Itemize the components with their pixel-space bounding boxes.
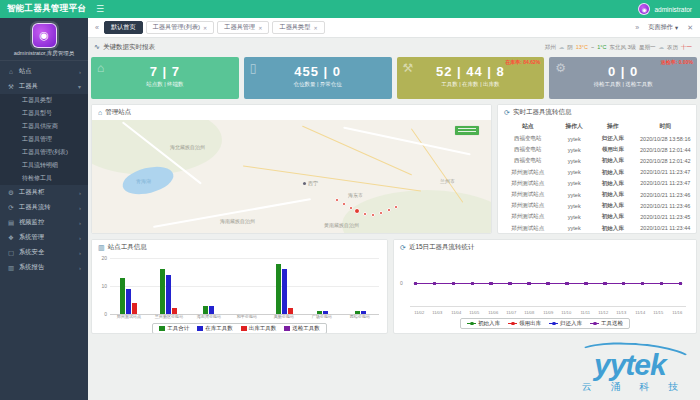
sidebar-item-video[interactable]: ▤ 视频监控 › bbox=[0, 215, 88, 230]
flow-operator: yytek bbox=[557, 167, 591, 178]
sidebar-item-tools[interactable]: ⚒ 工器具 ▾ bbox=[0, 79, 88, 94]
submenu-item-pending-repair[interactable]: 待检修工具 bbox=[0, 172, 88, 185]
tab-close-icon[interactable]: ✕ bbox=[313, 25, 317, 31]
chevron-right-icon: › bbox=[79, 265, 81, 271]
bar-出库工具数[interactable] bbox=[132, 303, 137, 314]
flow-table-row[interactable]: 郑州测试站点 yytek 初始入库 2020/10/21 11:23:45 bbox=[498, 211, 696, 222]
data-point[interactable] bbox=[527, 282, 531, 286]
chevron-right-icon: › bbox=[79, 69, 81, 75]
flow-table-row[interactable]: 西福变电站 yytek 领用出库 2020/10/28 12:01:44 bbox=[498, 144, 696, 155]
bar-在库工具数[interactable] bbox=[126, 289, 131, 314]
flow-table-row[interactable]: 郑州测试站点 yytek 初始入库 2020/10/21 11:23:47 bbox=[498, 167, 696, 178]
tools-submenu: 工器具类型 工器具型号 工器具供应商 工器具管理 工器具管理(列表) 工具流转明… bbox=[0, 94, 88, 185]
tab-tool-type[interactable]: 工器具类型 ✕ bbox=[272, 21, 324, 34]
sidebar-item-sys-report[interactable]: ▥ 系统报告 › bbox=[0, 260, 88, 275]
flow-table-row[interactable]: 郑州测试站点 yytek 初始入库 2020/10/21 11:23:44 bbox=[498, 223, 696, 234]
bar-在库工具数[interactable] bbox=[166, 275, 171, 314]
flow-table-row[interactable]: 郑州测试站点 yytek 初始入库 2020/10/21 11:23:47 bbox=[498, 178, 696, 189]
tab-default-home[interactable]: 默认首页 bbox=[104, 21, 143, 34]
map-marker-dot[interactable] bbox=[363, 212, 367, 216]
realtime-report-link[interactable]: ∿ 关键数据实时报表 bbox=[94, 43, 155, 52]
data-point[interactable] bbox=[452, 282, 456, 286]
submenu-item-tool-manage-list[interactable]: 工器具管理(列表) bbox=[0, 146, 88, 159]
data-point[interactable] bbox=[565, 282, 569, 286]
bar-set bbox=[148, 258, 190, 314]
flow-action: 初始入库 bbox=[591, 189, 635, 200]
tab-label: 工器具管理 bbox=[224, 23, 255, 32]
data-point[interactable] bbox=[489, 282, 493, 286]
flow-table-row[interactable]: 西福变电站 yytek 初始入库 2020/10/28 12:01:42 bbox=[498, 155, 696, 166]
tab-tool-manage-list[interactable]: 工器具管理(列表) ✕ bbox=[146, 21, 215, 34]
map-marker-dot[interactable] bbox=[387, 208, 391, 212]
bar-工具合计[interactable] bbox=[120, 278, 125, 314]
tab-tool-manage[interactable]: 工器具管理 ✕ bbox=[217, 21, 269, 34]
bar-工具合计[interactable] bbox=[203, 306, 208, 314]
tab-close-icon[interactable]: ✕ bbox=[258, 25, 262, 31]
map-station-badge[interactable] bbox=[455, 126, 479, 135]
sidebar-item-flow[interactable]: ⟳ 工器具流转 › bbox=[0, 200, 88, 215]
data-point[interactable] bbox=[433, 282, 437, 286]
tabs-scroll-right[interactable]: » bbox=[633, 24, 641, 31]
sidebar-item-site[interactable]: ⌂ 站点 › bbox=[0, 64, 88, 79]
bar-category-label: 广场变电站 bbox=[309, 314, 335, 319]
legend-item[interactable]: 送检工具数 bbox=[284, 325, 320, 332]
weather-low: 1°C bbox=[597, 44, 606, 50]
legend-swatch bbox=[159, 326, 165, 331]
data-point[interactable] bbox=[660, 282, 664, 286]
data-point[interactable] bbox=[471, 282, 475, 286]
chevron-right-icon: › bbox=[79, 220, 81, 226]
map-marker-dot[interactable] bbox=[354, 208, 360, 214]
bar-工具合计[interactable] bbox=[276, 264, 281, 314]
map[interactable]: 海北藏族自治州 青海湖 西宁 海东市 兰州市 海南藏族自治州 黄南藏族自治州 bbox=[92, 120, 491, 234]
map-marker-dot[interactable] bbox=[371, 213, 375, 217]
sidebar-item-sys-security[interactable]: ▢ 系统安全 › bbox=[0, 245, 88, 260]
legend-item[interactable]: 初始入库 bbox=[467, 320, 500, 327]
legend-item[interactable]: 出库工具数 bbox=[241, 325, 277, 332]
map-marker-dot[interactable] bbox=[379, 211, 383, 215]
sidebar-item-sys-manage[interactable]: ❖ 系统管理 › bbox=[0, 230, 88, 245]
legend-item[interactable]: 工具合计 bbox=[159, 325, 189, 332]
flow-time: 2020/10/21 11:23:47 bbox=[635, 167, 696, 178]
line-xtick: 11/11 bbox=[579, 310, 592, 315]
gear-icon: ⚙ bbox=[7, 189, 15, 197]
linkbar: ∿ 关键数据实时报表 郑州 ☁ 阴 13°C ~ 1°C 东北风 3级 星期一 … bbox=[88, 38, 700, 56]
legend-item[interactable]: 工具送检 bbox=[590, 320, 623, 327]
close-all-tabs-icon[interactable]: ✕ bbox=[685, 24, 695, 32]
trend-icon: ∿ bbox=[94, 43, 100, 51]
legend-item[interactable]: 在库工具数 bbox=[197, 325, 233, 332]
data-point[interactable] bbox=[508, 282, 512, 286]
data-point[interactable] bbox=[603, 282, 607, 286]
submenu-item-tool-supplier[interactable]: 工器具供应商 bbox=[0, 120, 88, 133]
submenu-item-flow-detail[interactable]: 工具流转明细 bbox=[0, 159, 88, 172]
user-avatar[interactable]: ◉ bbox=[638, 3, 650, 15]
flow-table-row[interactable]: 西福变电站 yytek 归还入库 2020/10/28 13:58:16 bbox=[498, 133, 696, 144]
data-point[interactable] bbox=[679, 282, 683, 286]
bar-在库工具数[interactable] bbox=[209, 306, 214, 314]
map-marker-dot[interactable] bbox=[394, 205, 398, 209]
map-marker-dot[interactable] bbox=[349, 206, 353, 210]
submenu-item-tool-manage[interactable]: 工器具管理 bbox=[0, 133, 88, 146]
topbar-username[interactable]: administrator bbox=[654, 6, 692, 13]
flow-table-row[interactable]: 郑州测试站点 yytek 初始入库 2020/10/21 11:23:46 bbox=[498, 189, 696, 200]
legend-item[interactable]: 领用出库 bbox=[508, 320, 541, 327]
data-point[interactable] bbox=[622, 282, 626, 286]
menu-toggle-icon[interactable]: ☰ bbox=[96, 4, 104, 14]
tabs-scroll-left[interactable]: « bbox=[93, 24, 101, 31]
tab-close-icon[interactable]: ✕ bbox=[203, 25, 207, 31]
sidebar-item-cabinet[interactable]: ⚙ 工器具柜 › bbox=[0, 185, 88, 200]
bar-工具合计[interactable] bbox=[160, 269, 165, 314]
map-marker-dot[interactable] bbox=[342, 202, 346, 206]
legend-item[interactable]: 归还入库 bbox=[549, 320, 582, 327]
data-point[interactable] bbox=[414, 282, 418, 286]
flow-table-row[interactable]: 郑州测试站点 yytek 初始入库 2020/10/21 11:23:46 bbox=[498, 200, 696, 211]
submenu-item-tool-model[interactable]: 工器具型号 bbox=[0, 107, 88, 120]
bar-在库工具数[interactable] bbox=[282, 269, 287, 314]
data-point[interactable] bbox=[584, 282, 588, 286]
weather-cond: 阴 bbox=[567, 44, 573, 51]
data-point[interactable] bbox=[641, 282, 645, 286]
weather-lunar: 农历 bbox=[667, 44, 678, 51]
data-point[interactable] bbox=[546, 282, 550, 286]
map-marker-dot[interactable] bbox=[335, 198, 339, 202]
submenu-item-tool-type[interactable]: 工器具类型 bbox=[0, 94, 88, 107]
page-actions-dropdown[interactable]: 页面操作 ▾ bbox=[648, 23, 678, 32]
